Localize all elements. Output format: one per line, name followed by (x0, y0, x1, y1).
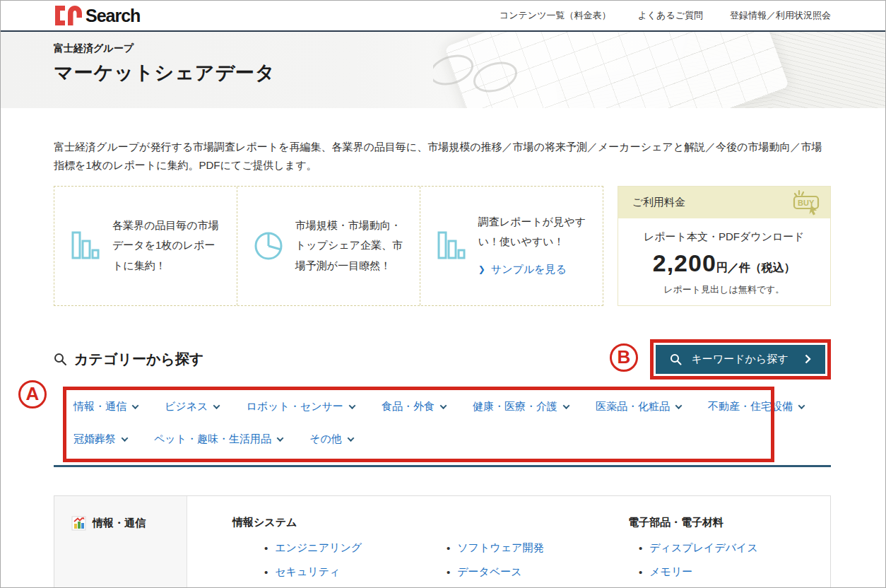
hero-group-name: 富士経済グループ (54, 42, 885, 55)
nav-contents-pricing[interactable]: コンテンツ一覧（料金表） (500, 9, 611, 22)
category-ceremonial[interactable]: 冠婚葬祭 (73, 433, 127, 446)
list-item: ソフトウェア開発 (447, 541, 628, 555)
section-title-text: カテゴリーから探す (74, 350, 203, 369)
category-robot-sensor[interactable]: ロボット・センサー (246, 400, 354, 413)
link-software-development[interactable]: ソフトウェア開発 (457, 541, 543, 555)
page: Search コンテンツ一覧（料金表） よくあるご質問 登録情報／利用状況照会 … (0, 0, 886, 588)
category-dropdown-area: A 情報・通信 ビジネス ロボット・センサー 食品・外食 健康・医療・介護 医薬… (54, 388, 831, 467)
g-search-logo[interactable]: Search (54, 5, 140, 26)
feature-text-with-link: 調査レポートが見やすい！使いやすい！ サンプルを見る (478, 212, 591, 280)
hero-banner: 富士経済グループ マーケットシェアデータ (1, 32, 885, 108)
category-realestate-housing[interactable]: 不動産・住宅設備 (708, 400, 804, 413)
link-database[interactable]: データベース (457, 565, 521, 579)
category-label: 医薬品・化粧品 (596, 400, 670, 413)
panel-column-electronic-parts: 電子部品・電子材料 ディスプレイデバイス メモリー (628, 516, 830, 588)
top-nav: コンテンツ一覧（料金表） よくあるご質問 登録情報／利用状況照会 (500, 9, 831, 22)
chevron-right-icon (805, 354, 811, 364)
link-security[interactable]: セキュリティ (275, 565, 340, 579)
feature-text: 調査レポートが見やすい！使いやすい！ (478, 216, 586, 248)
feature-box-overview: 市場規模・市場動向・トップシェア企業、市場予測が一目瞭然！ (237, 187, 420, 305)
annotation-box-b: B キーワードから探す (650, 339, 831, 380)
panel-column-info-systems-2: ソフトウェア開発 データベース (447, 516, 628, 588)
chevron-down-icon (562, 402, 569, 409)
keyword-search-label: キーワードから探す (691, 353, 788, 366)
section-title: カテゴリーから探す (54, 350, 203, 369)
link-list: ソフトウェア開発 データベース (447, 541, 628, 580)
price-unit: 円／件（税込） (716, 261, 796, 274)
feature-box-aggregate: 各業界の品目毎の市場データを1枚のレポートに集約！ (54, 187, 237, 305)
annotation-label-a: A (18, 380, 47, 408)
link-memory[interactable]: メモリー (649, 565, 692, 579)
list-item: データベース (447, 565, 628, 580)
column-heading (447, 516, 628, 531)
logo-wordmark: Search (85, 6, 140, 26)
bar-chart-icon (70, 230, 101, 261)
chevron-down-icon (277, 435, 284, 442)
buy-icon: BUY (789, 188, 823, 216)
category-pet-hobby-daily-goods[interactable]: ペット・趣味・生活用品 (154, 433, 283, 446)
nav-registration-usage[interactable]: 登録情報／利用状況照会 (730, 9, 831, 22)
chevron-down-icon (675, 402, 682, 409)
category-label: 冠婚葬祭 (73, 433, 116, 446)
intro-paragraph: 富士経済グループが発行する市場調査レポートを再編集、各業界の品目毎に、市場規模の… (54, 138, 831, 175)
link-engineering[interactable]: エンジニアリング (275, 541, 362, 555)
top-header: Search コンテンツ一覧（料金表） よくあるご質問 登録情報／利用状況照会 (1, 1, 885, 32)
list-item: エンジニアリング (264, 541, 447, 555)
annotation-box-a (63, 387, 774, 462)
category-label: 不動産・住宅設備 (708, 400, 793, 413)
buy-icon-label: BUY (798, 199, 815, 207)
category-business[interactable]: ビジネス (165, 400, 219, 413)
chevron-down-icon (132, 402, 139, 409)
sidebar-item-info-telecom[interactable]: 情報・通信 (71, 516, 187, 531)
magnifier-icon (54, 353, 67, 366)
category-row-1: 情報・通信 ビジネス ロボット・センサー 食品・外食 健康・医療・介護 医薬品・… (73, 400, 831, 413)
chevron-down-icon (347, 435, 354, 442)
pricing-header-label: ご利用料金 (632, 196, 685, 209)
price-row: 2,200円／件（税込） (618, 249, 830, 277)
bar-chart-icon (436, 230, 467, 261)
feature-box-usability: 調査レポートが見やすい！使いやすい！ サンプルを見る (420, 187, 603, 305)
category-info-telecom[interactable]: 情報・通信 (73, 400, 138, 413)
category-other[interactable]: その他 (309, 433, 353, 446)
category-detail-panel: 情報・通信 情報システム エンジニアリング セキュリティ ソフトウェア開発 デー… (54, 495, 831, 588)
category-food-dining[interactable]: 食品・外食 (382, 400, 446, 413)
category-pharma-cosmetics[interactable]: 医薬品・化粧品 (596, 400, 681, 413)
list-item: メモリー (639, 565, 830, 580)
link-list: エンジニアリング セキュリティ (232, 541, 447, 580)
search-icon (670, 353, 682, 365)
chevron-down-icon (213, 402, 220, 409)
pricing-description: レポート本文・PDFダウンロード (618, 230, 830, 244)
price-amount: 2,200 (653, 249, 716, 276)
feature-boxes: 各業界の品目毎の市場データを1枚のレポートに集約！ 市場規模・市場動向・トップシ… (54, 186, 603, 306)
category-label: その他 (309, 433, 342, 446)
panel-sidebar: 情報・通信 (54, 496, 187, 588)
list-item: ディスプレイデバイス (639, 541, 830, 555)
nav-faq[interactable]: よくあるご質問 (637, 9, 703, 22)
link-display-device[interactable]: ディスプレイデバイス (649, 541, 758, 555)
pricing-header: ご利用料金 BUY (618, 187, 830, 218)
category-row-2: 冠婚葬祭 ペット・趣味・生活用品 その他 (73, 433, 831, 446)
main-content: 富士経済グループが発行する市場調査レポートを再編集、各業界の品目毎に、市場規模の… (1, 138, 885, 588)
page-title: マーケットシェアデータ (54, 60, 885, 86)
annotation-label-b: B (610, 343, 638, 372)
sidebar-item-label: 情報・通信 (93, 517, 146, 530)
category-label: ロボット・センサー (246, 400, 343, 413)
keyword-search-button[interactable]: キーワードから探す (656, 345, 825, 374)
pricing-note: レポート見出しは無料です。 (618, 283, 830, 296)
pricing-box: ご利用料金 BUY レポート本文・PDFダウンロード 2,200円／件（税込） (618, 186, 831, 306)
g-search-logo-icon (54, 5, 83, 26)
chevron-down-icon (122, 435, 129, 442)
category-label: 健康・医療・介護 (473, 400, 557, 413)
pie-chart-icon (253, 230, 284, 261)
category-label: 食品・外食 (382, 400, 435, 413)
view-sample-link[interactable]: サンプルを見る (478, 259, 567, 280)
feature-text: 市場規模・市場動向・トップシェア企業、市場予測が一目瞭然！ (295, 216, 408, 276)
feature-boards: 各業界の品目毎の市場データを1枚のレポートに集約！ 市場規模・市場動向・トップシ… (54, 186, 831, 306)
link-list: ディスプレイデバイス メモリー (628, 541, 830, 580)
category-label: ペット・趣味・生活用品 (154, 433, 271, 446)
category-search-header: カテゴリーから探す B キーワードから探す (54, 339, 831, 380)
column-heading: 電子部品・電子材料 (628, 516, 830, 531)
panel-column-info-systems: 情報システム エンジニアリング セキュリティ (232, 516, 447, 588)
hero-text: 富士経済グループ マーケットシェアデータ (1, 32, 885, 86)
category-health-medical-care[interactable]: 健康・医療・介護 (473, 400, 569, 413)
